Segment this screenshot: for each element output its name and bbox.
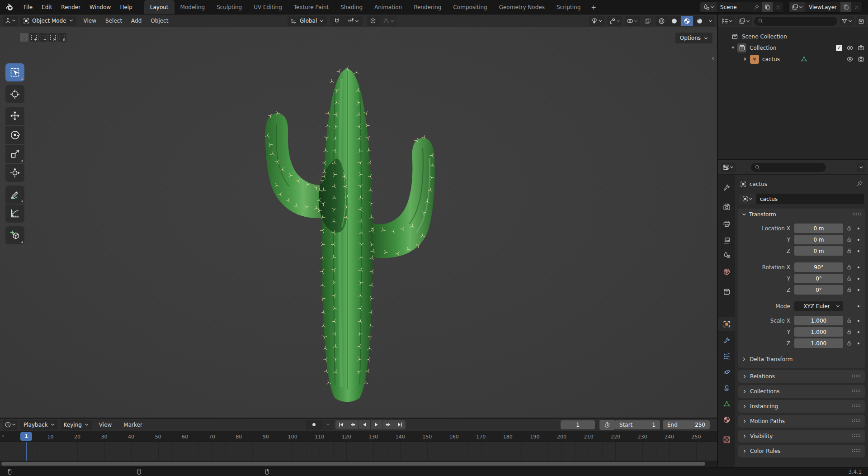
blender-logo-icon[interactable] — [5, 3, 14, 12]
frame-end-field[interactable]: End250 — [663, 420, 710, 429]
outliner-filter-dropdown[interactable] — [840, 16, 854, 26]
proportional-editing-toggle[interactable] — [367, 16, 379, 26]
animate-dot[interactable] — [855, 319, 862, 323]
menu-file[interactable]: File — [19, 0, 37, 14]
tab-shading[interactable]: Shading — [335, 0, 368, 14]
rotation-mode-dropdown[interactable]: XYZ Euler — [794, 301, 843, 311]
tool-move[interactable] — [5, 107, 24, 125]
unlink-scene-button[interactable] — [773, 2, 783, 12]
xray-toggle[interactable] — [642, 16, 653, 26]
rotation-x-field[interactable]: 90° — [794, 262, 843, 272]
tab-scripting[interactable]: Scripting — [551, 0, 586, 14]
object-id-dropdown[interactable] — [739, 194, 755, 204]
animate-dot[interactable] — [855, 226, 862, 231]
tab-object[interactable] — [718, 317, 735, 331]
tool-scale[interactable] — [5, 145, 24, 163]
animate-dot[interactable] — [855, 330, 862, 334]
pin-scene-icon[interactable] — [751, 2, 762, 12]
outliner-search-input[interactable] — [754, 17, 837, 26]
pin-id-icon[interactable] — [856, 180, 863, 188]
shading-solid-button[interactable] — [668, 16, 680, 26]
timeline-track-area[interactable] — [0, 442, 717, 461]
panel-grip-icon[interactable] — [852, 418, 861, 424]
tab-uv-editing[interactable]: UV Editing — [248, 0, 288, 14]
shading-material-preview-button[interactable] — [681, 16, 693, 26]
expand-arrow-icon[interactable] — [731, 45, 736, 50]
disable-render-icon[interactable] — [858, 56, 864, 62]
tab-texture[interactable] — [718, 433, 735, 446]
scale-x-field[interactable]: 1.000 — [794, 316, 843, 325]
lock-icon[interactable] — [843, 287, 855, 293]
tab-animation[interactable]: Animation — [368, 0, 408, 14]
auto-keyframe-button[interactable] — [306, 420, 322, 430]
rotation-z-field[interactable]: 0° — [794, 285, 843, 295]
panel-grip-icon[interactable] — [852, 403, 861, 409]
tab-constraints[interactable] — [718, 381, 735, 395]
jump-to-start-button[interactable] — [335, 420, 347, 429]
properties-editor-type-button[interactable] — [721, 162, 736, 172]
location-y-field[interactable]: 0 m — [794, 235, 843, 244]
timeline-ruler[interactable]: 1020304050607080901001101201301401501601… — [0, 431, 717, 442]
expand-arrow-icon[interactable] — [743, 57, 748, 62]
lock-icon[interactable] — [843, 318, 855, 324]
snap-settings-dropdown[interactable] — [343, 16, 363, 26]
lock-icon[interactable] — [843, 225, 855, 231]
play-button[interactable] — [371, 420, 382, 429]
menu-help[interactable]: Help — [115, 0, 137, 14]
select-mode-subtract[interactable]: − — [39, 33, 47, 42]
next-keyframe-button[interactable] — [382, 420, 394, 429]
use-preview-range-button[interactable] — [599, 420, 615, 430]
view-layer-browse-button[interactable] — [789, 2, 805, 12]
gizmos-dropdown[interactable] — [607, 16, 622, 26]
menu-marker[interactable]: Marker — [119, 419, 146, 431]
delta-transform-row[interactable]: Delta Transform — [738, 354, 865, 364]
snap-toggle[interactable] — [330, 16, 343, 26]
object-name-field[interactable]: cactus — [756, 194, 864, 204]
tab-modifiers[interactable] — [718, 334, 735, 347]
tool-cursor[interactable] — [5, 85, 24, 103]
tab-world[interactable] — [718, 265, 735, 278]
animate-dot[interactable] — [855, 276, 862, 281]
options-button[interactable]: Options — [675, 33, 712, 43]
menu-view[interactable]: View — [79, 14, 101, 27]
properties-options-dropdown[interactable] — [857, 162, 865, 172]
outliner-row-scene-collection[interactable]: Scene Collection — [718, 31, 868, 42]
location-x-field[interactable]: 0 m — [794, 224, 843, 233]
tab-tool[interactable] — [718, 181, 735, 195]
view-layer-name[interactable]: ViewLayer — [805, 4, 840, 10]
remove-view-layer-button[interactable] — [851, 2, 862, 12]
lock-icon[interactable] — [843, 237, 855, 243]
scale-z-field[interactable]: 1.000 — [794, 338, 843, 348]
lock-icon[interactable] — [843, 264, 855, 270]
panel-grip-icon[interactable] — [852, 448, 861, 454]
tab-texture-paint[interactable]: Texture Paint — [288, 0, 335, 14]
outliner-editor-type-button[interactable] — [720, 16, 735, 26]
tool-annotate[interactable] — [5, 186, 24, 204]
menu-window[interactable]: Window — [85, 0, 115, 14]
keying-dropdown[interactable]: Keying — [61, 420, 92, 430]
menu-select[interactable]: Select — [101, 14, 127, 27]
hide-eye-icon[interactable] — [846, 56, 854, 63]
tab-sculpting[interactable]: Sculpting — [211, 0, 248, 14]
tool-box-select[interactable] — [5, 63, 24, 81]
tab-scene[interactable] — [718, 248, 735, 262]
animate-dot[interactable] — [855, 288, 862, 292]
menu-timeline-view[interactable]: View — [94, 419, 116, 431]
disable-render-icon[interactable] — [858, 44, 864, 51]
lock-icon[interactable] — [843, 276, 855, 281]
play-reverse-button[interactable] — [359, 420, 370, 429]
animate-dot[interactable] — [855, 265, 862, 270]
overlays-dropdown[interactable] — [625, 16, 640, 26]
previous-keyframe-button[interactable] — [347, 420, 359, 429]
current-frame-field[interactable]: 1 — [561, 420, 595, 429]
playback-dropdown[interactable]: Playback — [20, 420, 58, 430]
sidebar-toggle-chevron[interactable]: ‹ — [712, 54, 714, 62]
panel-motion-paths[interactable]: Motion Paths — [738, 415, 865, 428]
menu-add[interactable]: Add — [127, 14, 146, 27]
shading-settings-dropdown[interactable] — [706, 16, 714, 26]
tab-output[interactable] — [718, 217, 735, 230]
tab-object-data[interactable] — [718, 397, 735, 410]
animate-dot[interactable] — [855, 238, 862, 242]
select-mode-extend[interactable]: + — [29, 33, 38, 42]
playhead[interactable]: 1 — [20, 432, 32, 441]
